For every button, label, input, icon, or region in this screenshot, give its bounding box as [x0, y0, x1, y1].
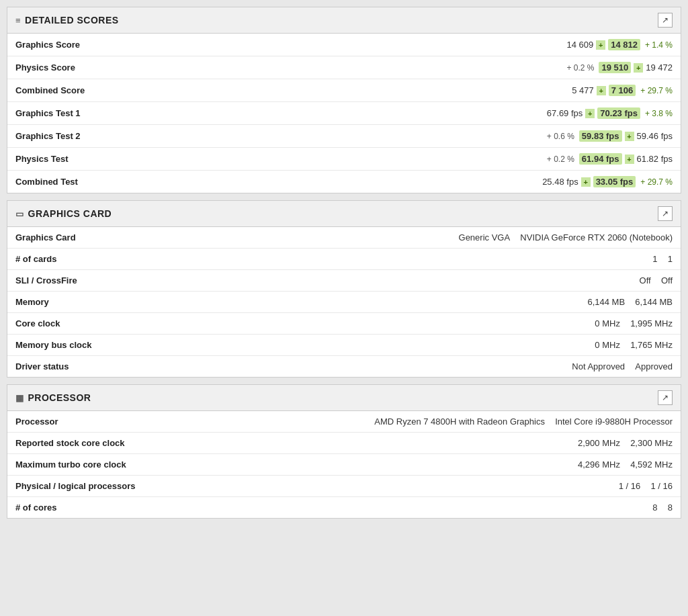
table-row: Graphics Score 14 609 + 14 812 + 1.4 % — [7, 34, 681, 56]
monitor-icon: ▭ — [15, 209, 24, 219]
row-label: Graphics Test 1 — [7, 102, 155, 125]
table-row: SLI / CrossFire Off Off — [7, 270, 681, 292]
left-value: AMD Ryzen 7 4800H with Radeon Graphics — [374, 416, 545, 427]
row-label: Combined Score — [7, 79, 155, 102]
row-values: 2,900 MHz 2,300 MHz — [155, 433, 681, 454]
graphics-card-header: ▭ GRAPHICS CARD ↗ — [7, 201, 681, 227]
row-label: Memory bus clock — [7, 335, 155, 356]
table-row: Memory bus clock 0 MHz 1,765 MHz — [7, 335, 681, 356]
table-row: Graphics Test 2 + 0.6 % 59.83 fps + 59.4… — [7, 125, 681, 148]
table-row: Physics Test + 0.2 % 61.94 fps + 61.82 f… — [7, 148, 681, 171]
row-values: + 0.6 % 59.83 fps + 59.46 fps — [155, 125, 681, 148]
table-row: Graphics Card Generic VGA NVIDIA GeForce… — [7, 227, 681, 249]
right-value: 6,144 MB — [635, 297, 673, 307]
detailed-scores-expand-btn[interactable]: ↗ — [658, 13, 673, 28]
detailed-scores-header: ≡ DETAILED SCORES ↗ — [7, 7, 681, 34]
detailed-scores-section: ≡ DETAILED SCORES ↗ Graphics Score 14 60… — [7, 7, 681, 193]
table-row: Memory 6,144 MB 6,144 MB — [7, 292, 681, 313]
left-value: Not Approved — [572, 361, 625, 371]
row-values: + 0.2 % 19 510 + 19 472 — [155, 56, 681, 79]
row-values: AMD Ryzen 7 4800H with Radeon Graphics I… — [155, 411, 681, 433]
left-value: 14 609 — [566, 40, 593, 50]
row-label: Memory — [7, 292, 155, 313]
left-value: 0 MHz — [595, 318, 620, 328]
right-value: 1 — [668, 254, 673, 264]
row-label: Graphics Card — [7, 227, 155, 249]
processor-title: ▦ PROCESSOR — [15, 392, 91, 403]
graphics-card-title: ▭ GRAPHICS CARD — [15, 208, 112, 219]
page-container: ≡ DETAILED SCORES ↗ Graphics Score 14 60… — [7, 7, 681, 519]
diff-value: + 3.8 % — [645, 109, 673, 118]
left-value: Generic VGA — [459, 232, 511, 243]
right-value: 1,765 MHz — [630, 340, 673, 350]
graphics-card-section: ▭ GRAPHICS CARD ↗ Graphics Card Generic … — [7, 200, 681, 378]
diff-label: + 0.6 % — [547, 132, 574, 141]
plus-icon: + — [634, 63, 643, 73]
right-value: 4,592 MHz — [630, 459, 673, 470]
plus-icon: + — [581, 177, 591, 187]
table-row: # of cores 8 8 — [7, 497, 681, 519]
table-row: Processor AMD Ryzen 7 4800H with Radeon … — [7, 411, 681, 433]
row-label: Reported stock core clock — [7, 433, 155, 454]
row-label: Processor — [7, 411, 155, 433]
row-values: 67.69 fps + 70.23 fps + 3.8 % — [155, 102, 681, 125]
right-value: 8 — [668, 502, 673, 513]
processor-expand-btn[interactable]: ↗ — [658, 390, 673, 405]
right-value-highlight: 33.05 fps — [593, 176, 636, 187]
left-value: 25.48 fps — [542, 177, 578, 187]
plus-icon: + — [596, 40, 605, 50]
table-row: Maximum turbo core clock 4,296 MHz 4,592… — [7, 454, 681, 476]
plus-icon: + — [625, 132, 634, 141]
menu-icon: ≡ — [15, 15, 21, 26]
left-value: 0 MHz — [595, 340, 620, 350]
right-value: Off — [661, 275, 673, 285]
right-value: 1,995 MHz — [630, 318, 673, 328]
left-value: 1 — [652, 254, 657, 264]
row-values: + 0.2 % 61.94 fps + 61.82 fps — [155, 148, 681, 171]
right-value: Intel Core i9-9880H Processor — [555, 416, 673, 427]
row-label: Graphics Score — [7, 34, 155, 56]
left-value: 4,296 MHz — [578, 459, 620, 470]
row-label: SLI / CrossFire — [7, 270, 155, 292]
row-values: 1 1 — [155, 249, 681, 270]
right-value: 19 472 — [646, 62, 673, 73]
row-label: Maximum turbo core clock — [7, 454, 155, 476]
table-row: # of cards 1 1 — [7, 249, 681, 270]
graphics-card-expand-btn[interactable]: ↗ — [658, 206, 673, 221]
table-row: Reported stock core clock 2,900 MHz 2,30… — [7, 433, 681, 454]
processor-table: Processor AMD Ryzen 7 4800H with Radeon … — [7, 411, 681, 518]
right-value-highlight: 14 812 — [608, 39, 640, 50]
row-values: 0 MHz 1,765 MHz — [155, 335, 681, 356]
detailed-scores-title: ≡ DETAILED SCORES — [15, 15, 119, 26]
table-row: Core clock 0 MHz 1,995 MHz — [7, 313, 681, 335]
left-value-highlight: 61.94 fps — [579, 153, 622, 165]
row-values: 6,144 MB 6,144 MB — [155, 292, 681, 313]
left-value-highlight: 19 510 — [599, 62, 631, 73]
processor-section: ▦ PROCESSOR ↗ Processor AMD Ryzen 7 4800… — [7, 384, 681, 519]
left-value: 6,144 MB — [587, 297, 625, 307]
table-row: Combined Test 25.48 fps + 33.05 fps + 29… — [7, 171, 681, 193]
left-value: 5 477 — [572, 85, 594, 95]
graphics-card-table: Graphics Card Generic VGA NVIDIA GeForce… — [7, 227, 681, 377]
plus-icon: + — [625, 155, 634, 164]
right-value: NVIDIA GeForce RTX 2060 (Notebook) — [520, 232, 673, 243]
table-row: Driver status Not Approved Approved — [7, 356, 681, 378]
processor-header: ▦ PROCESSOR ↗ — [7, 385, 681, 411]
row-label: Combined Test — [7, 171, 155, 193]
row-label: Driver status — [7, 356, 155, 378]
left-value-highlight: 59.83 fps — [579, 130, 622, 142]
left-value: Off — [640, 275, 651, 285]
diff-label: + 0.2 % — [566, 63, 594, 73]
left-value: 1 / 16 — [619, 481, 641, 491]
right-value: 2,300 MHz — [630, 438, 673, 448]
right-value: Approved — [635, 361, 673, 371]
row-values: 14 609 + 14 812 + 1.4 % — [155, 34, 681, 56]
left-value: 67.69 fps — [547, 108, 583, 118]
row-values: 1 / 16 1 / 16 — [155, 476, 681, 497]
right-value-highlight: 70.23 fps — [597, 107, 640, 119]
row-label: Physics Test — [7, 148, 155, 171]
table-row: Combined Score 5 477 + 7 106 + 29.7 % — [7, 79, 681, 102]
detailed-scores-table: Graphics Score 14 609 + 14 812 + 1.4 % P… — [7, 34, 681, 193]
diff-value: + 29.7 % — [640, 177, 673, 187]
row-values: Not Approved Approved — [155, 356, 681, 378]
